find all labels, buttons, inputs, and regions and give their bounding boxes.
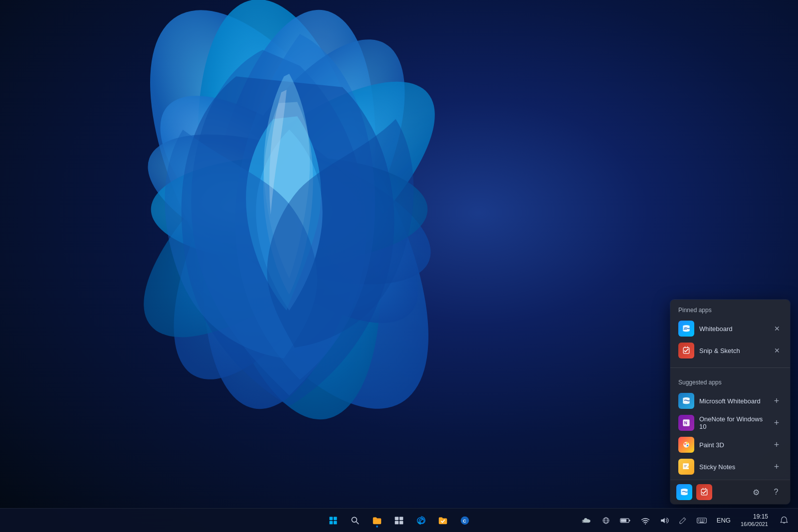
network-icon[interactable] — [598, 515, 614, 527]
clock-widget[interactable]: 19:15 16/06/2021 — [737, 512, 772, 529]
svg-rect-31 — [629, 520, 630, 521]
svg-rect-15 — [683, 463, 689, 469]
notification-center-button[interactable] — [774, 511, 794, 531]
svg-point-14 — [687, 445, 688, 446]
app-c-button[interactable]: C — [455, 511, 475, 531]
pinned-section: Pinned apps Whiteboard ✕ — [670, 300, 790, 363]
snip-sketch-icon — [678, 343, 694, 358]
add-ms-whiteboard-button[interactable]: + — [771, 395, 782, 406]
svg-point-13 — [686, 442, 688, 444]
add-sticky-notes-button[interactable]: + — [771, 461, 782, 472]
svg-rect-32 — [621, 519, 626, 522]
svg-rect-19 — [330, 521, 333, 524]
svg-rect-41 — [702, 521, 703, 521]
pinned-app-snip-sketch[interactable]: Snip & Sketch ✕ — [670, 340, 790, 361]
svg-point-33 — [645, 523, 646, 524]
language-label: ENG — [717, 517, 731, 524]
section-divider — [670, 367, 790, 368]
battery-icon[interactable] — [616, 515, 635, 526]
explorer-active-dot — [376, 526, 378, 528]
sticky-notes-suggest-icon — [678, 459, 694, 475]
file-explorer-button[interactable] — [367, 511, 387, 531]
svg-point-12 — [684, 443, 686, 445]
suggested-app-onenote[interactable]: N OneNote for Windows 10 + — [670, 412, 790, 434]
svg-text:C: C — [463, 518, 466, 523]
svg-rect-24 — [395, 521, 399, 524]
language-indicator[interactable]: ENG — [713, 515, 735, 526]
taskbar-center-icons: C — [323, 511, 475, 531]
add-onenote-button[interactable]: + — [771, 417, 782, 428]
svg-point-21 — [352, 517, 357, 522]
footer-snip-sketch-icon[interactable] — [696, 484, 712, 500]
svg-rect-43 — [699, 522, 704, 522]
svg-rect-38 — [703, 519, 704, 520]
ms-whiteboard-suggest-icon — [678, 393, 694, 409]
svg-rect-42 — [703, 521, 704, 521]
clock-time: 19:15 — [753, 513, 768, 521]
wifi-icon[interactable] — [637, 515, 654, 527]
explorer2-button[interactable] — [433, 511, 453, 531]
settings-button[interactable]: ⚙ — [748, 484, 764, 500]
taskbar: C — [0, 508, 798, 532]
clock-date: 16/06/2021 — [741, 521, 768, 528]
add-paint3d-button[interactable]: + — [771, 439, 782, 450]
weather-widget[interactable] — [578, 515, 596, 527]
svg-rect-25 — [399, 521, 403, 524]
svg-text:N: N — [684, 420, 687, 425]
taskbar-right: ENG 19:15 16/06/2021 — [578, 511, 798, 531]
unpin-whiteboard-button[interactable]: ✕ — [772, 324, 782, 334]
suggested-app-paint3d[interactable]: Paint 3D + — [670, 434, 790, 456]
search-button[interactable] — [345, 511, 365, 531]
snip-sketch-label: Snip & Sketch — [699, 347, 772, 355]
svg-rect-17 — [330, 517, 333, 520]
svg-rect-20 — [334, 521, 337, 524]
keyboard-icon[interactable] — [693, 515, 711, 526]
popup-footer: ⚙ ? — [670, 480, 790, 504]
volume-icon[interactable] — [656, 515, 673, 527]
paint3d-suggest-label: Paint 3D — [699, 441, 771, 449]
pinned-section-title: Pinned apps — [670, 307, 790, 318]
svg-point-11 — [683, 442, 689, 448]
snap-layouts-button[interactable] — [389, 511, 409, 531]
help-button[interactable]: ? — [768, 484, 784, 500]
svg-rect-18 — [334, 517, 337, 520]
pinned-app-whiteboard[interactable]: Whiteboard ✕ — [670, 318, 790, 340]
start-button[interactable] — [323, 511, 343, 531]
whiteboard-label: Whiteboard — [699, 325, 772, 333]
paint3d-suggest-icon — [678, 437, 694, 453]
pinned-apps-popup: Pinned apps Whiteboard ✕ — [670, 300, 790, 504]
svg-rect-39 — [698, 521, 699, 521]
svg-rect-35 — [698, 519, 699, 520]
suggested-section-title: Suggested apps — [670, 379, 790, 390]
wallpaper-flower — [75, 0, 504, 449]
sticky-notes-suggest-label: Sticky Notes — [699, 463, 771, 471]
suggested-section: Suggested apps Microsoft Whiteboard + N … — [670, 372, 790, 480]
whiteboard-icon — [678, 321, 694, 337]
footer-whiteboard-icon[interactable] — [676, 484, 692, 500]
edge-browser-button[interactable] — [411, 511, 431, 531]
pen-icon[interactable] — [675, 515, 691, 527]
svg-rect-36 — [700, 519, 701, 520]
unpin-snip-sketch-button[interactable]: ✕ — [772, 346, 782, 355]
onenote-suggest-icon: N — [678, 415, 694, 431]
svg-rect-40 — [700, 521, 701, 521]
svg-rect-37 — [702, 519, 703, 520]
svg-rect-23 — [399, 517, 403, 520]
suggested-app-sticky-notes[interactable]: Sticky Notes + — [670, 456, 790, 478]
svg-rect-22 — [395, 517, 399, 520]
ms-whiteboard-suggest-label: Microsoft Whiteboard — [699, 397, 771, 405]
suggested-app-ms-whiteboard[interactable]: Microsoft Whiteboard + — [670, 390, 790, 412]
onenote-suggest-label: OneNote for Windows 10 — [699, 415, 771, 430]
